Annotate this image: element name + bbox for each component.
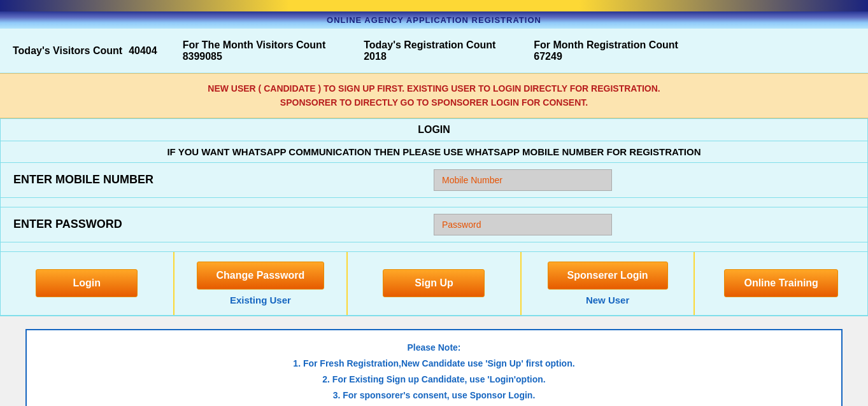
- password-input-cell: [421, 209, 867, 241]
- today-visitors-value: 40404: [129, 45, 157, 57]
- login-cell: Login: [1, 252, 174, 315]
- month-visitors-label: For The Month Visitors Count: [183, 39, 326, 51]
- top-bar: [0, 0, 868, 11]
- password-row: ENTER PASSWORD: [1, 207, 867, 242]
- sponsorer-login-cell: Sponserer Login New User: [522, 252, 695, 315]
- today-registration-value: 2018: [364, 51, 495, 62]
- signup-button[interactable]: Sign Up: [383, 269, 485, 297]
- online-training-cell: Online Training: [695, 252, 867, 315]
- today-registration-label: Today's Registration Count: [364, 39, 495, 51]
- note-line2: 2. For Existing Sign up Candidate, use '…: [322, 374, 545, 384]
- note-title: Please Note:: [407, 342, 460, 353]
- notice-line2: SPONSORER TO DIRECTLY GO TO SPONSORER LO…: [280, 97, 588, 108]
- online-training-button[interactable]: Online Training: [724, 269, 837, 297]
- login-title: LOGIN: [1, 119, 867, 141]
- notice-line1: NEW USER ( CANDIDATE ) TO SIGN UP FIRST.…: [208, 83, 660, 94]
- note-line1: 1. For Fresh Registration,New Candidate …: [293, 358, 574, 368]
- mobile-input-cell: [421, 164, 867, 196]
- login-section: LOGIN IF YOU WANT WHATSAPP COMMUNICATION…: [0, 118, 868, 316]
- sponsorer-login-button[interactable]: Sponserer Login: [548, 262, 668, 290]
- month-registration-label: For Month Registration Count: [534, 39, 678, 51]
- change-password-cell: Change Password Existing User: [174, 252, 348, 315]
- month-visitors-stat: For The Month Visitors Count 8399085: [183, 39, 326, 62]
- month-visitors-value: 8399085: [183, 51, 326, 62]
- gap-row-1: [1, 198, 867, 207]
- password-input[interactable]: [434, 214, 612, 235]
- mobile-label: ENTER MOBILE NUMBER: [1, 167, 421, 193]
- gap-row-2: [1, 242, 867, 252]
- button-row: Login Change Password Existing User Sign…: [1, 252, 867, 316]
- today-visitors-stat: Today's Visitors Count 40404: [13, 45, 157, 57]
- today-registration-stat: Today's Registration Count 2018: [364, 39, 495, 62]
- change-password-button[interactable]: Change Password: [197, 262, 325, 290]
- whatsapp-notice: IF YOU WANT WHATSAPP COMMUNICATION THEN …: [1, 141, 867, 163]
- login-button[interactable]: Login: [36, 269, 138, 297]
- month-registration-value: 67249: [534, 51, 678, 62]
- mobile-row: ENTER MOBILE NUMBER: [1, 163, 867, 198]
- stats-row: Today's Visitors Count 40404 For The Mon…: [0, 29, 868, 73]
- signup-cell: Sign Up: [348, 252, 522, 315]
- mobile-input[interactable]: [434, 169, 612, 191]
- new-user-label: New User: [586, 295, 629, 305]
- existing-user-label: Existing User: [230, 295, 291, 305]
- title-bar: ONLINE AGENCY APPLICATION REGISTRATION: [0, 11, 868, 29]
- note-box: Please Note: 1. For Fresh Registration,N…: [25, 329, 843, 406]
- today-visitors-label: Today's Visitors Count: [13, 45, 122, 57]
- note-line3: 3. For sponsorer's consent, use Sponsor …: [333, 390, 536, 400]
- month-registration-stat: For Month Registration Count 67249: [534, 39, 678, 62]
- notice-banner: NEW USER ( CANDIDATE ) TO SIGN UP FIRST.…: [0, 73, 868, 118]
- app-title: ONLINE AGENCY APPLICATION REGISTRATION: [327, 15, 541, 25]
- password-label: ENTER PASSWORD: [1, 211, 421, 237]
